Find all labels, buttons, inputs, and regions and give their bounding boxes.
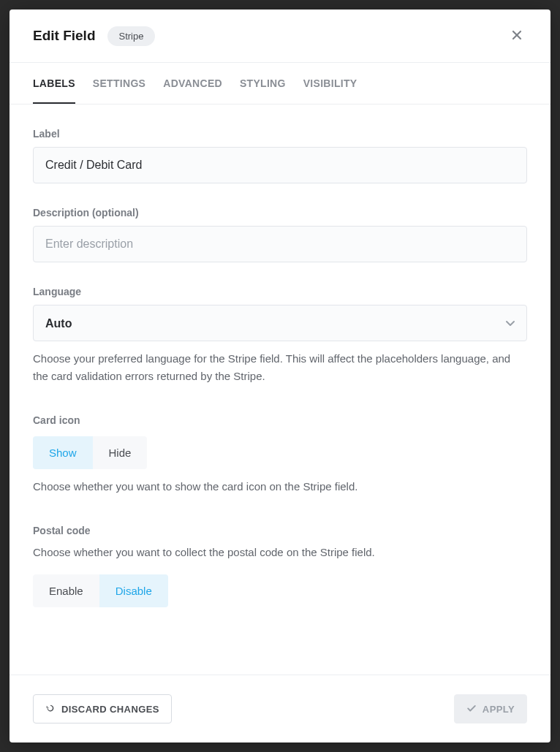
undo-icon bbox=[45, 703, 56, 715]
tab-labels[interactable]: LABELS bbox=[33, 63, 75, 104]
tab-advanced[interactable]: ADVANCED bbox=[163, 63, 222, 104]
language-select[interactable]: Auto bbox=[33, 305, 527, 341]
modal-header-left: Edit Field Stripe bbox=[33, 26, 155, 46]
card-icon-show-button[interactable]: Show bbox=[33, 436, 93, 469]
language-field-group: Language Auto Choose your preferred lang… bbox=[33, 286, 527, 385]
tabs: LABELS SETTINGS ADVANCED STYLING VISIBIL… bbox=[10, 63, 550, 105]
card-icon-field-title: Card icon bbox=[33, 414, 527, 426]
postal-code-disable-button[interactable]: Disable bbox=[99, 574, 168, 607]
tab-styling[interactable]: STYLING bbox=[240, 63, 286, 104]
card-icon-help-text: Choose whether you want to show the card… bbox=[33, 478, 527, 495]
apply-button[interactable]: APPLY bbox=[454, 694, 527, 723]
apply-label: APPLY bbox=[483, 704, 515, 715]
label-input[interactable] bbox=[33, 147, 527, 183]
postal-code-help-text: Choose whether you want to collect the p… bbox=[33, 544, 527, 561]
postal-code-toggle: Enable Disable bbox=[33, 574, 168, 607]
check-icon bbox=[466, 703, 477, 715]
discard-changes-label: DISCARD CHANGES bbox=[61, 704, 159, 715]
field-type-badge: Stripe bbox=[107, 26, 156, 46]
postal-code-enable-button[interactable]: Enable bbox=[33, 574, 99, 607]
close-icon bbox=[511, 29, 523, 43]
language-help-text: Choose your preferred language for the S… bbox=[33, 350, 527, 385]
discard-changes-button[interactable]: DISCARD CHANGES bbox=[33, 694, 172, 723]
postal-code-field-title: Postal code bbox=[33, 525, 527, 536]
close-button[interactable] bbox=[507, 26, 527, 46]
card-icon-hide-button[interactable]: Hide bbox=[93, 436, 148, 469]
label-field-group: Label bbox=[33, 128, 527, 183]
language-field-title: Language bbox=[33, 286, 527, 297]
modal-header: Edit Field Stripe bbox=[10, 10, 550, 63]
edit-field-modal: Edit Field Stripe LABELS SETTINGS ADVANC… bbox=[10, 10, 550, 742]
label-field-title: Label bbox=[33, 128, 527, 140]
description-field-group: Description (optional) bbox=[33, 207, 527, 262]
description-field-title: Description (optional) bbox=[33, 207, 527, 219]
postal-code-field-group: Postal code Choose whether you want to c… bbox=[33, 525, 527, 607]
tab-visibility[interactable]: VISIBILITY bbox=[303, 63, 357, 104]
modal-footer: DISCARD CHANGES APPLY bbox=[10, 675, 550, 742]
tab-settings[interactable]: SETTINGS bbox=[93, 63, 145, 104]
modal-title: Edit Field bbox=[33, 28, 96, 44]
card-icon-toggle: Show Hide bbox=[33, 436, 147, 469]
description-input[interactable] bbox=[33, 226, 527, 262]
modal-body: Label Description (optional) Language Au… bbox=[10, 105, 550, 675]
card-icon-field-group: Card icon Show Hide Choose whether you w… bbox=[33, 414, 527, 495]
language-select-wrap: Auto bbox=[33, 305, 527, 341]
